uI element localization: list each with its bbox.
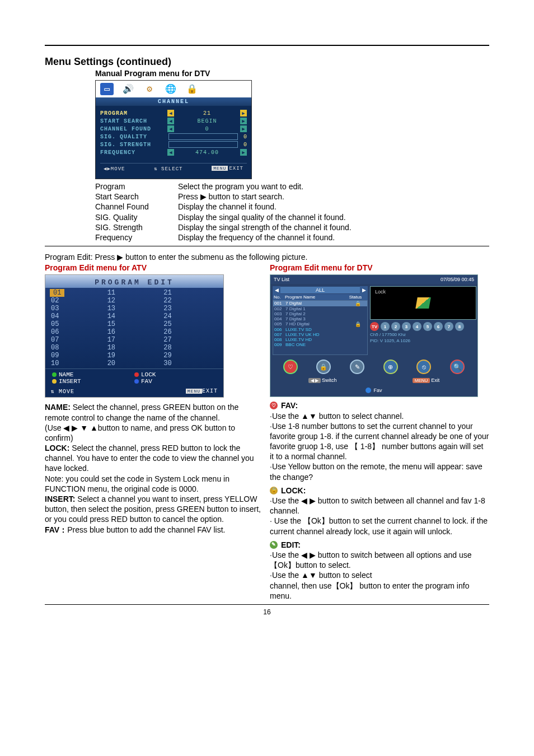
arrow-left-icon: ◀ [167, 110, 174, 116]
blue-dot-icon [134, 379, 139, 384]
skip-icon: ⦸ [416, 360, 431, 374]
lock-icon: 🔒 [316, 360, 331, 374]
row-channel-found: CHANNEL FOUND ◀ 0 ▶ [100, 125, 247, 133]
arrow-right-icon: ▶ [240, 125, 247, 132]
gear-icon: ⚙ [143, 83, 156, 95]
arrow-left-icon: ◀ [167, 149, 174, 156]
preview-art-icon [415, 297, 431, 309]
tv-list-title: TV List [274, 277, 289, 282]
edit-icon: ✎ [350, 360, 364, 374]
row-frequency: FREQUENCY ◀ 474.00 ▶ [100, 148, 247, 156]
num-5-button: 5 [423, 322, 432, 331]
globe-icon: 🌐 [164, 83, 177, 95]
blue-dot-icon [366, 388, 371, 393]
sound-icon: 🔊 [121, 83, 135, 95]
favorite-number-buttons: TV 1 2 3 4 5 6 7 8 [370, 322, 475, 331]
lock-icon: 🔒 [185, 83, 199, 95]
page-number: 16 [45, 608, 489, 616]
strength-bar [168, 141, 238, 148]
row-sig-strength: SIG. STRENGTH 0 [100, 141, 247, 148]
arrow-right-icon: ▶ [240, 118, 247, 124]
select-hint: ⇅ SELECT [154, 166, 182, 172]
arrow-right-icon: ▶ [360, 286, 368, 294]
arrow-right-icon: ▶ [240, 110, 247, 116]
param-descriptions: ProgramSelect the program you want to ed… [95, 181, 489, 242]
num-8-button: 8 [455, 322, 464, 331]
preview-box: Lock [370, 286, 476, 320]
row-program: PROGRAM ◀ 21 ▶ [100, 109, 247, 117]
search-icon: 🔍 [450, 360, 465, 374]
lock-icon: 🔒 [349, 321, 366, 327]
subheading-manual: Manual Program menu for DTV [95, 69, 489, 78]
arrow-left-icon: ◀ [167, 125, 174, 132]
dtv-program-edit-screenshot: TV List 07/05/09 00:45 ◀ ALL ▶ No. Progr… [270, 274, 478, 397]
atv-title: PROGRAM EDIT [45, 275, 223, 288]
quality-bar [168, 133, 238, 140]
fav-pill: Fav [366, 388, 382, 393]
timestamp: 07/05/09 00:45 [441, 277, 474, 282]
lock-icon: 🔒 [349, 301, 366, 306]
yellow-dot-icon [52, 379, 57, 384]
fav-heart-icon: ♡ [270, 402, 278, 409]
move-hint: ◀▶MOVE [104, 166, 125, 172]
program-edit-intro: Program Edit: Press ▶ button to enter th… [45, 252, 489, 262]
dtv-explain-text: ♡FAV: ·Use the ▲▼ button to select chann… [270, 400, 489, 601]
tab-icons-row: ▭ 🔊 ⚙ 🌐 🔒 [96, 81, 251, 97]
arrow-right-icon: ▶ [240, 149, 247, 156]
num-7-button: 7 [444, 322, 453, 331]
menu-footer: ◀▶MOVE ⇅ SELECT MENUEXIT [100, 163, 247, 173]
num-1-button: 1 [381, 322, 390, 331]
arrow-left-icon: ◀ [167, 118, 174, 124]
arrow-left-icon: ◀ [273, 286, 280, 294]
action-buttons-row: ♡ 🔒 ✎ ⊕ ⦸ 🔍 [270, 357, 477, 376]
dtv-list-footer: ◀ ▶Switch MENUExit [270, 376, 477, 385]
lock-icon: 🔒 [270, 487, 278, 494]
page-heading: Menu Settings (continued) [45, 56, 489, 68]
dtv-header: Program Edit menu for DTV [270, 263, 489, 272]
channel-info-1: Ch5 / 177500 Khz [370, 332, 475, 337]
atv-header: Program Edit menu for ATV [45, 263, 264, 272]
list-header: No. Program Name Status [273, 294, 368, 300]
atv-grid: 01 02 03 04 05 06 07 08 09 10 11 12 [45, 288, 223, 368]
atv-legend: NAME LOCK INSERT FAV [45, 368, 223, 387]
num-2-button: 2 [391, 322, 400, 331]
num-3-button: 3 [402, 322, 411, 331]
channel-info-2: PID: V 1025, A 1026 [370, 338, 475, 343]
green-dot-icon [52, 372, 57, 377]
channel-header: CHANNEL [96, 97, 251, 106]
row-start-search: START SEARCH ◀ BEGIN ▶ [100, 117, 247, 125]
num-6-button: 6 [434, 322, 443, 331]
menu-body: PROGRAM ◀ 21 ▶ START SEARCH ◀ BEGIN ▶ CH… [96, 106, 251, 179]
num-4-button: 4 [413, 322, 421, 331]
tab-selector: ◀ ALL ▶ [273, 286, 368, 294]
exit-hint: MENUEXIT [212, 166, 243, 172]
manual-program-dtv-screenshot: ▭ 🔊 ⚙ 🌐 🔒 CHANNEL PROGRAM ◀ 21 ▶ START S… [95, 80, 252, 179]
atv-program-edit-screenshot: PROGRAM EDIT 01 02 03 04 05 06 07 08 09 … [45, 274, 224, 398]
red-dot-icon [134, 372, 139, 377]
atv-footer: ⇅ MOVE MENUEXIT [45, 387, 223, 397]
edit-icon: ✎ [270, 541, 278, 549]
atv-explain-text: NAME: Select the channel, press GREEN bu… [45, 402, 264, 534]
tv-badge-icon: TV [370, 322, 379, 331]
row-sig-quality: SIG. QUALITY 0 [100, 133, 247, 141]
fav-heart-icon: ♡ [283, 360, 298, 374]
move-icon: ⊕ [383, 360, 398, 374]
screen-icon: ▭ [100, 83, 114, 95]
channel-list: 0017 Digital🔒 0027 Digital 1 0037 Digita… [273, 300, 368, 355]
